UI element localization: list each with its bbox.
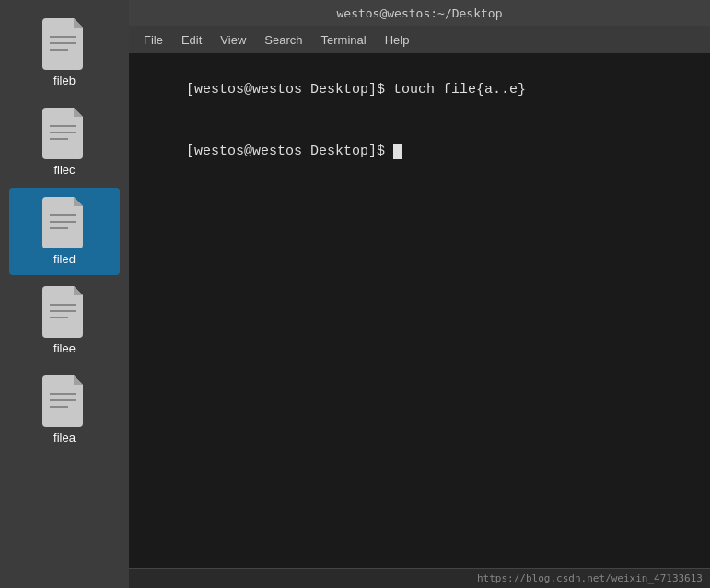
terminal-body[interactable]: [westos@westos Desktop]$ touch file{a..e…	[129, 53, 710, 568]
menu-search[interactable]: Search	[257, 31, 309, 49]
terminal-titlebar: westos@westos:~/Desktop	[129, 0, 710, 26]
terminal-line-1: [westos@westos Desktop]$ touch file{a..e…	[136, 59, 703, 121]
file-icon-filea[interactable]: filea	[9, 366, 120, 454]
terminal-title: westos@westos:~/Desktop	[336, 6, 502, 20]
file-icon-filec[interactable]: filec	[9, 98, 120, 186]
file-icon-label-filed: filed	[53, 252, 76, 266]
terminal-command-1: touch file{a..e}	[393, 82, 526, 98]
file-icon-image-filea	[42, 375, 87, 427]
file-icon-filee[interactable]: filee	[9, 277, 120, 364]
menu-file[interactable]: File	[136, 31, 170, 49]
terminal-statusbar: https://blog.csdn.net/weixin_47133613	[129, 568, 710, 588]
file-icon-label-filea: filea	[53, 431, 76, 444]
terminal-line-2: [westos@westos Desktop]$	[136, 121, 703, 184]
file-icon-label-filee: filee	[53, 341, 76, 355]
menu-help[interactable]: Help	[378, 31, 417, 49]
desktop-sidebar: fileb filec filed	[0, 0, 129, 588]
file-icon-image-filec	[42, 108, 87, 159]
terminal-prompt-2: [westos@westos Desktop]$	[186, 144, 393, 159]
terminal-prompt-1: [westos@westos Desktop]$	[186, 82, 393, 98]
file-icon-label-fileb: fileb	[53, 74, 76, 87]
file-icon-image-filed	[42, 197, 87, 248]
menu-view[interactable]: View	[213, 31, 253, 49]
status-url: https://blog.csdn.net/weixin_47133613	[477, 572, 703, 584]
file-icon-label-filec: filec	[53, 163, 75, 177]
terminal-window: westos@westos:~/Desktop File Edit View S…	[129, 0, 710, 588]
terminal-menubar: File Edit View Search Terminal Help	[129, 26, 710, 53]
file-icon-filed[interactable]: filed	[9, 188, 120, 275]
menu-terminal[interactable]: Terminal	[314, 31, 374, 49]
file-icon-fileb[interactable]: fileb	[9, 9, 120, 97]
file-icon-image-filee	[42, 286, 87, 338]
terminal-cursor	[393, 144, 402, 159]
menu-edit[interactable]: Edit	[174, 31, 209, 49]
file-icon-image-fileb	[42, 18, 87, 70]
